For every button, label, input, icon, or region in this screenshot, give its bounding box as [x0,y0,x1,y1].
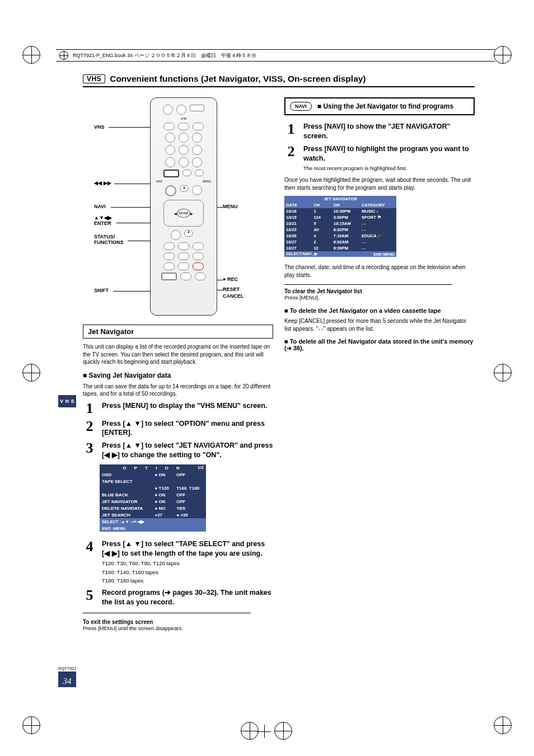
delete-tape-text: Keep [CANCEL] pressed for more than 5 se… [284,317,475,332]
page: RQT7921-P_ENG.book 34 ページ ２００５年２月４日 金曜日 … [0,0,534,756]
page-number: 34 [58,672,76,687]
page-title-row: VHS Convenient functions (Jet Navigator,… [83,74,475,87]
step-3: 3 Press [▲ ▼] to select "JET NAVIGATOR" … [83,441,273,460]
jet-navigator-osd-table: JET NAVIGATOR DATE CH ON CATEGORY 10/181… [284,196,396,257]
step-2: 2 Press [▲ ▼] to select "OPTION" menu an… [83,419,273,438]
left-column: VHS ◀◀ ▶▶ NAVI ▲▼◀▶ ENTER STATUS/ FUNCTI… [83,97,273,632]
step-body: Press [MENU] to display the "VHS MENU" s… [102,401,273,416]
using-navi-head: Using the Jet Navigator to find programs [317,102,453,110]
registration-target [22,364,40,382]
step-num: 2 [284,144,298,172]
remote-label-menu: MENU [223,204,238,209]
option-osd-table: O P T I O N 1/2 OSD● ONOFF TAPE SELECT ●… [100,464,206,532]
step-body: Press [▲ ▼] to select "TAPE SELECT" and … [102,539,273,585]
step-num: 5 [83,588,96,607]
step-1: 1 Press [MENU] to display the "VHS MENU"… [83,401,273,416]
remote-label-rec: ● REC [223,276,238,282]
registration-target [22,46,40,64]
step-body: Record programs (➔ pages 30–32). The uni… [102,588,273,607]
step-body: Press [▲ ▼] to select "OPTION" menu and … [102,419,273,438]
globe-icon [59,51,68,60]
clear-text: Press [MENU]. [284,294,475,302]
remote-label-skip: ◀◀ ▶▶ [94,180,111,186]
step-num: 4 [83,539,96,585]
page-title: Convenient functions (Jet Navigator, VIS… [110,74,366,84]
delete-tape-head: To delete the Jet Navigator on a video c… [284,307,475,314]
right-column: NAVI Using the Jet Navigator to find pro… [284,97,475,632]
registration-target [274,722,292,740]
divider [284,284,452,285]
delete-all-head: To delete all the Jet Navigator data sto… [284,338,475,352]
registration-target [494,716,512,734]
remote-label-cancel: CANCEL [223,293,244,299]
step-body: Press [NAVI] to show the "JET NAVIGATOR"… [303,122,475,141]
remote-label-vhs: VHS [94,124,105,130]
option-title: O P T I O N [123,466,183,471]
vhs-tag: VHS [83,74,105,83]
remote-diagram: VHS ◀◀ ▶▶ NAVI ▲▼◀▶ ENTER STATUS/ FUNCTI… [83,97,273,316]
step-5: 5 Record programs (➔ pages 30–32). The u… [83,588,273,607]
step-body: Press [NAVI] to highlight the program yo… [303,144,475,172]
print-header: RQT7921-P_ENG.book 34 ページ ２００５年２月４日 金曜日 … [56,49,495,62]
step-body: Press [▲ ▼] to select "JET NAVIGATOR" an… [102,441,273,460]
section-jet-navigator: Jet Navigator [83,325,273,339]
registration-target [241,722,259,740]
option-page-ind: 1/2 [198,465,204,470]
step-num: 1 [284,122,298,141]
crop-mark [257,725,271,738]
remote-label-reset: RESET [223,287,240,292]
vhs-side-tab: V H S [58,395,76,407]
remote-label-shift: SHIFT [94,288,109,293]
step-num: 1 [83,401,96,416]
right-step-1: 1 Press [NAVI] to show the "JET NAVIGATO… [284,122,475,141]
divider [83,613,251,613]
navi-pill: NAVI [290,102,312,111]
registration-target [494,46,512,64]
saving-text: The unit can save the data for up to 14 … [83,383,273,398]
exit-text: Press [MENU] until the screen disappears… [83,625,183,632]
jet-navigator-intro: This unit can display a list of the reco… [83,343,273,366]
using-navi-head-box: NAVI Using the Jet Navigator to find pro… [284,97,475,115]
exit-block: To exit the settings screen Press [MENU]… [83,619,273,632]
remote-body: VHS NAVIMENU ▲ ◀ENTER▶ ▼ [150,97,217,316]
remote-label-navi: NAVI [94,204,106,209]
remote-label-status-functions: STATUS/ FUNCTIONS [94,234,124,245]
step-4: 4 Press [▲ ▼] to select "TAPE SELECT" an… [83,539,273,585]
registration-target [22,716,40,734]
exit-label: To exit the settings screen [83,619,183,625]
right-step-2: 2 Press [NAVI] to highlight the program … [284,144,475,172]
after-steps-text: Once you have highlighted the program, w… [284,176,475,191]
saving-head: Saving Jet Navigator data [83,372,273,379]
step-num: 2 [83,419,96,438]
step-num: 3 [83,441,96,460]
print-header-text: RQT7921-P_ENG.book 34 ページ ２００５年２月４日 金曜日 … [73,52,256,59]
registration-target [494,364,512,382]
remote-label-arrows-enter: ▲▼◀▶ ENTER [94,215,112,226]
rqt-code: RQT7921 [58,666,77,671]
after-table-text: The channel, date, and time of a recordi… [284,264,475,279]
clear-head: To clear the Jet Navigator list [284,288,475,294]
